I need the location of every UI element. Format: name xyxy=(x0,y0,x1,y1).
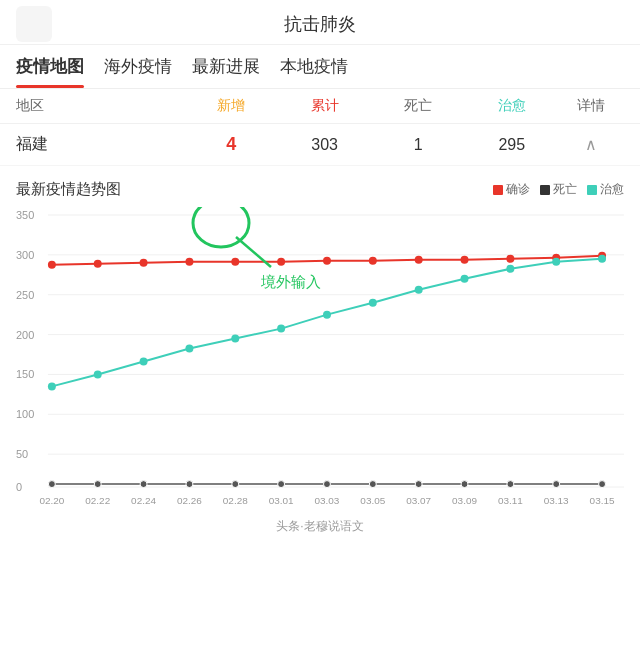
svg-point-39 xyxy=(369,299,377,307)
svg-point-41 xyxy=(461,275,469,283)
svg-point-55 xyxy=(507,481,514,488)
table-header: 地区 新增 累计 死亡 治愈 详情 xyxy=(0,89,640,124)
svg-text:03.01: 03.01 xyxy=(269,495,294,506)
svg-text:200: 200 xyxy=(16,329,34,341)
svg-point-36 xyxy=(231,335,239,343)
page-title: 抗击肺炎 xyxy=(284,12,356,36)
table-row[interactable]: 福建 4 303 1 295 ∧ xyxy=(0,124,640,166)
legend-dot-death xyxy=(540,185,550,195)
svg-point-54 xyxy=(461,481,468,488)
svg-point-23 xyxy=(231,258,239,266)
svg-point-51 xyxy=(323,481,330,488)
svg-text:0: 0 xyxy=(16,481,22,493)
svg-text:02.20: 02.20 xyxy=(39,495,64,506)
cell-new: 4 xyxy=(184,134,278,155)
svg-text:02.24: 02.24 xyxy=(131,495,156,506)
svg-text:02.22: 02.22 xyxy=(85,495,110,506)
svg-point-34 xyxy=(140,358,148,366)
svg-point-40 xyxy=(415,286,423,294)
svg-text:03.11: 03.11 xyxy=(498,495,523,506)
top-bar: 抗击肺炎 xyxy=(0,0,640,45)
svg-text:03.15: 03.15 xyxy=(590,495,615,506)
svg-point-43 xyxy=(552,258,560,266)
svg-point-52 xyxy=(369,481,376,488)
svg-text:300: 300 xyxy=(16,249,34,261)
svg-point-28 xyxy=(461,256,469,264)
svg-text:03.13: 03.13 xyxy=(544,495,569,506)
svg-point-37 xyxy=(277,325,285,333)
chart-title: 最新疫情趋势图 xyxy=(16,180,121,199)
tab-epidemic-map[interactable]: 疫情地图 xyxy=(16,55,94,88)
svg-point-33 xyxy=(94,370,102,378)
legend-death: 死亡 xyxy=(540,181,577,198)
legend-recover: 治愈 xyxy=(587,181,624,198)
svg-point-38 xyxy=(323,311,331,319)
nav-tabs: 疫情地图 海外疫情 最新进展 本地疫情 xyxy=(0,45,640,89)
svg-point-19 xyxy=(48,261,56,269)
svg-text:02.26: 02.26 xyxy=(177,495,202,506)
cell-death: 1 xyxy=(371,136,465,154)
legend-dot-recover xyxy=(587,185,597,195)
svg-point-29 xyxy=(506,255,514,263)
svg-point-20 xyxy=(94,260,102,268)
tab-overseas[interactable]: 海外疫情 xyxy=(94,55,182,88)
cell-detail[interactable]: ∧ xyxy=(559,135,624,154)
svg-point-53 xyxy=(415,481,422,488)
svg-point-32 xyxy=(48,382,56,390)
svg-text:03.07: 03.07 xyxy=(406,495,431,506)
svg-point-22 xyxy=(185,258,193,266)
svg-text:03.09: 03.09 xyxy=(452,495,477,506)
svg-point-26 xyxy=(369,257,377,265)
chart-section: 最新疫情趋势图 确诊 死亡 治愈 境外输入 xyxy=(0,166,640,510)
col-header-new: 新增 xyxy=(184,97,278,115)
svg-point-48 xyxy=(186,481,193,488)
svg-text:50: 50 xyxy=(16,448,28,460)
svg-point-44 xyxy=(598,255,606,263)
col-header-recover: 治愈 xyxy=(465,97,559,115)
svg-point-25 xyxy=(323,257,331,265)
tab-latest-news[interactable]: 最新进展 xyxy=(182,55,270,88)
cell-recover: 295 xyxy=(465,136,559,154)
svg-point-56 xyxy=(553,481,560,488)
svg-text:02.28: 02.28 xyxy=(223,495,248,506)
cell-region: 福建 xyxy=(16,134,184,155)
svg-point-24 xyxy=(277,258,285,266)
svg-point-49 xyxy=(232,481,239,488)
col-header-region: 地区 xyxy=(16,97,184,115)
chart-svg: 350 300 250 200 150 100 50 0 xyxy=(16,207,624,506)
svg-point-50 xyxy=(278,481,285,488)
svg-point-42 xyxy=(506,265,514,273)
tab-local[interactable]: 本地疫情 xyxy=(270,55,358,88)
chart-wrapper: 境外输入 350 300 250 200 150 100 50 0 xyxy=(16,207,624,510)
svg-point-45 xyxy=(48,481,55,488)
svg-point-27 xyxy=(415,256,423,264)
svg-text:150: 150 xyxy=(16,368,34,380)
col-header-detail: 详情 xyxy=(559,97,624,115)
footer-author: 头条·老穆说语文 xyxy=(276,518,363,535)
svg-point-35 xyxy=(185,345,193,353)
chart-header: 最新疫情趋势图 确诊 死亡 治愈 xyxy=(16,180,624,199)
svg-text:250: 250 xyxy=(16,289,34,301)
svg-point-46 xyxy=(94,481,101,488)
legend-confirmed: 确诊 xyxy=(493,181,530,198)
svg-text:03.03: 03.03 xyxy=(315,495,340,506)
footer: 头条·老穆说语文 xyxy=(0,510,640,543)
svg-point-21 xyxy=(140,259,148,267)
svg-point-57 xyxy=(599,481,606,488)
col-header-death: 死亡 xyxy=(371,97,465,115)
svg-point-47 xyxy=(140,481,147,488)
svg-text:100: 100 xyxy=(16,408,34,420)
cell-total: 303 xyxy=(278,136,372,154)
legend-dot-confirmed xyxy=(493,185,503,195)
app-logo xyxy=(16,6,52,42)
chart-legend: 确诊 死亡 治愈 xyxy=(493,181,624,198)
col-header-total: 累计 xyxy=(278,97,372,115)
svg-text:350: 350 xyxy=(16,209,34,221)
svg-text:03.05: 03.05 xyxy=(360,495,385,506)
